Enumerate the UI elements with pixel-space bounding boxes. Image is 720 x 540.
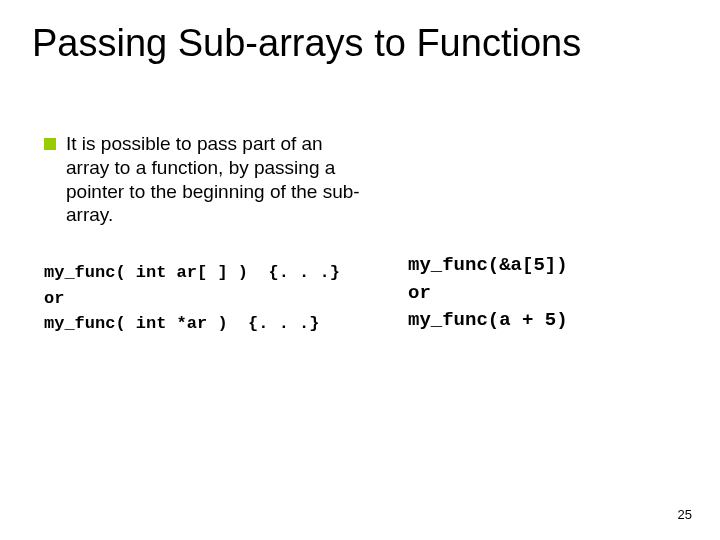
- code-block-calls: my_func(&a[5]) or my_func(a + 5): [408, 252, 688, 335]
- bullet-text: It is possible to pass part of an array …: [66, 132, 364, 227]
- bullet-icon: [44, 138, 56, 150]
- bullet-block: It is possible to pass part of an array …: [44, 132, 364, 227]
- code-block-declarations: my_func( int ar[ ] ) {. . .} or my_func(…: [44, 260, 384, 337]
- slide: Passing Sub-arrays to Functions It is po…: [0, 0, 720, 540]
- bullet-item: It is possible to pass part of an array …: [44, 132, 364, 227]
- page-number: 25: [678, 507, 692, 522]
- slide-title: Passing Sub-arrays to Functions: [32, 22, 688, 65]
